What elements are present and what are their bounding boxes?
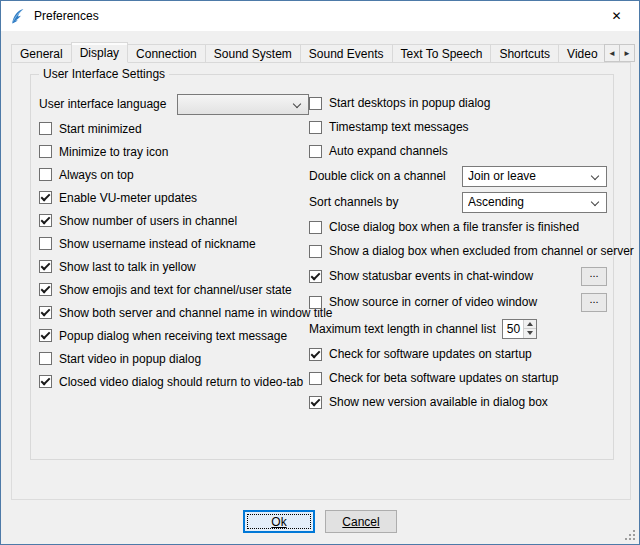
video-source-checkbox[interactable] (309, 296, 322, 309)
checkbox[interactable] (309, 97, 322, 110)
checkbox-row-show-last-to-talk-in-yellow[interactable]: Show last to talk in yellow (39, 255, 309, 278)
checkbox-row-check-for-beta-software-updates-on-startup[interactable]: Check for beta software updates on start… (309, 366, 607, 390)
checkbox[interactable] (39, 260, 52, 273)
right-mid-checkbox-list: Close dialog box when a file transfer is… (309, 215, 607, 263)
checkbox-label: Start desktops in popup dialog (329, 96, 490, 110)
max-text-length-spinbox[interactable]: 50 (502, 319, 537, 339)
double-click-row: Double click on a channel Join or leave (309, 163, 607, 189)
spinner-buttons (523, 320, 536, 338)
checkbox[interactable] (39, 122, 52, 135)
checkbox[interactable] (309, 245, 322, 258)
checkbox-label: Timestamp text messages (329, 120, 469, 134)
checkbox-row-close-dialog-box-when-a-file-transfer-is-finished[interactable]: Close dialog box when a file transfer is… (309, 215, 607, 239)
checkbox-label: Check for software updates on startup (329, 347, 532, 361)
tab-sound-system[interactable]: Sound System (205, 44, 301, 63)
tab-video[interactable]: Video (558, 44, 606, 63)
group-title: User Interface Settings (39, 67, 169, 81)
double-click-combobox[interactable]: Join or leave (462, 166, 607, 187)
triangle-down-icon (527, 331, 533, 335)
sort-channels-combobox[interactable]: Ascending (462, 192, 607, 213)
checkbox-row-enable-vu-meter-updates[interactable]: Enable VU-meter updates (39, 186, 309, 209)
spin-down-button[interactable] (524, 329, 536, 338)
checkbox-label: Show a dialog box when excluded from cha… (329, 244, 634, 258)
checkbox-row-timestamp-text-messages[interactable]: Timestamp text messages (309, 115, 607, 139)
checkbox-label: Check for beta software updates on start… (329, 371, 558, 385)
checkbox[interactable] (309, 348, 322, 361)
checkbox[interactable] (39, 214, 52, 227)
checkbox[interactable] (39, 168, 52, 181)
checkbox-row-check-for-software-updates-on-startup[interactable]: Check for software updates on startup (309, 342, 607, 366)
checkbox[interactable] (39, 283, 52, 296)
ok-button[interactable]: Ok (243, 510, 315, 533)
right-top-checkbox-list: Start desktops in popup dialog Timestamp… (309, 91, 607, 163)
checkbox-row-always-on-top[interactable]: Always on top (39, 163, 309, 186)
checkbox-row-start-video-in-popup-dialog[interactable]: Start video in popup dialog (39, 347, 309, 370)
checkbox[interactable] (39, 306, 52, 319)
tab-connection[interactable]: Connection (127, 44, 206, 63)
tab-page: User Interface Settings User interface l… (11, 62, 631, 500)
tab-label: Text To Speech (401, 47, 483, 61)
language-label: User interface language (39, 97, 177, 111)
language-row: User interface language (39, 91, 309, 117)
double-click-value: Join or leave (468, 169, 554, 183)
tab-text-to-speech[interactable]: Text To Speech (392, 44, 492, 63)
video-source-more-button[interactable]: ... (581, 293, 607, 312)
close-button[interactable]: ✕ (594, 1, 639, 30)
statusbar-events-row[interactable]: Show statusbar events in chat-window ... (309, 263, 607, 289)
checkbox[interactable] (309, 145, 322, 158)
checkbox-row-popup-dialog-when-receiving-text-message[interactable]: Popup dialog when receiving text message (39, 324, 309, 347)
checkbox[interactable] (39, 191, 52, 204)
tab-label: Display (80, 46, 119, 60)
checkbox[interactable] (309, 121, 322, 134)
spin-up-button[interactable] (524, 320, 536, 330)
checkbox[interactable] (39, 145, 52, 158)
ui-settings-group: User Interface Settings User interface l… (30, 74, 614, 460)
checkbox-label: Closed video dialog should return to vid… (59, 375, 303, 389)
checkbox-row-start-desktops-in-popup-dialog[interactable]: Start desktops in popup dialog (309, 91, 607, 115)
max-text-length-label: Maximum text length in channel list (309, 322, 496, 336)
checkbox-row-closed-video-dialog-should-return-to-video-tab[interactable]: Closed video dialog should return to vid… (39, 370, 309, 393)
checkbox-label: Start minimized (59, 122, 142, 136)
tab-sound-events[interactable]: Sound Events (300, 44, 393, 63)
tab-scroll-right-button[interactable]: ► (619, 44, 635, 62)
checkbox-row-show-username-instead-of-nickname[interactable]: Show username instead of nickname (39, 232, 309, 255)
checkbox-row-minimize-to-tray-icon[interactable]: Minimize to tray icon (39, 140, 309, 163)
checkbox-row-start-minimized[interactable]: Start minimized (39, 117, 309, 140)
statusbar-events-checkbox[interactable] (309, 270, 322, 283)
checkbox[interactable] (39, 375, 52, 388)
tab-shortcuts[interactable]: Shortcuts (490, 44, 559, 63)
checkbox-label: Minimize to tray icon (59, 145, 168, 159)
left-checkbox-list: Start minimized Minimize to tray icon Al… (39, 117, 309, 393)
checkbox-row-show-both-server-and-channel-name-in-window-title[interactable]: Show both server and channel name in win… (39, 301, 309, 324)
tab-general[interactable]: General (11, 44, 72, 63)
tab-display[interactable]: Display (71, 42, 128, 63)
checkbox[interactable] (309, 372, 322, 385)
tab-scroll-left-button[interactable]: ◄ (604, 44, 620, 62)
checkbox[interactable] (39, 329, 52, 342)
checkbox-label: Show last to talk in yellow (59, 260, 196, 274)
checkbox-row-show-number-of-users-in-channel[interactable]: Show number of users in channel (39, 209, 309, 232)
sort-channels-value: Ascending (468, 195, 542, 209)
cancel-button[interactable]: Cancel (325, 510, 397, 533)
checkbox-row-show-a-dialog-box-when-excluded-from-channel-or-server[interactable]: Show a dialog box when excluded from cha… (309, 239, 607, 263)
max-text-length-row: Maximum text length in channel list 50 (309, 315, 607, 342)
language-combobox[interactable] (177, 94, 309, 115)
checkbox-label: Close dialog box when a file transfer is… (329, 220, 579, 234)
max-text-length-value[interactable]: 50 (503, 320, 523, 338)
checkbox-row-show-emojis-and-text-for-channel-user-state[interactable]: Show emojis and text for channel/user st… (39, 278, 309, 301)
checkbox-label: Start video in popup dialog (59, 352, 201, 366)
resize-grip[interactable] (624, 529, 637, 542)
tab-label: Connection (136, 47, 197, 61)
statusbar-events-more-button[interactable]: ... (581, 267, 607, 286)
checkbox[interactable] (39, 237, 52, 250)
checkbox-row-auto-expand-channels[interactable]: Auto expand channels (309, 139, 607, 163)
video-source-row[interactable]: Show source in corner of video window ..… (309, 289, 607, 315)
checkbox-row-show-new-version-available-in-dialog-box[interactable]: Show new version available in dialog box (309, 390, 607, 414)
checkbox[interactable] (39, 352, 52, 365)
checkbox-label: Show username instead of nickname (59, 237, 256, 251)
double-click-label: Double click on a channel (309, 169, 462, 183)
checkbox[interactable] (309, 396, 322, 409)
checkbox[interactable] (309, 221, 322, 234)
tab-label: Sound System (214, 47, 292, 61)
checkbox-label: Show number of users in channel (59, 214, 237, 228)
